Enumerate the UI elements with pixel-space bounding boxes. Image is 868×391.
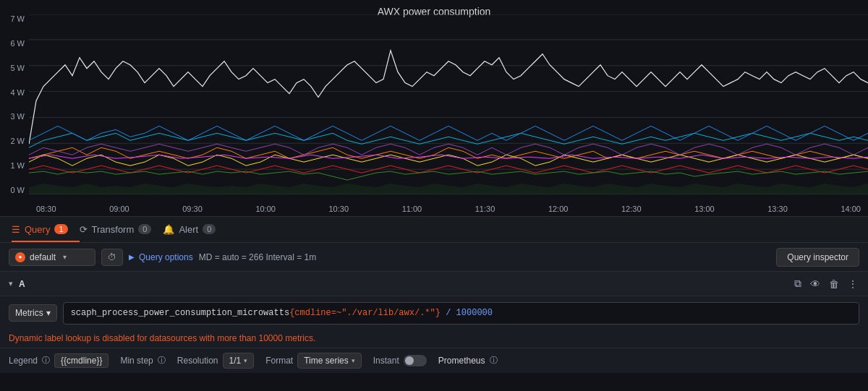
metrics-select[interactable]: Metrics ▾ xyxy=(9,304,57,322)
x-label: 11:00 xyxy=(402,205,422,213)
query-editor: ▾ A ⧉ 👁 🗑 ⋮ Metrics ▾ scaph_process_powe… xyxy=(0,272,868,373)
query-input-row: Metrics ▾ scaph_process_power_consumptio… xyxy=(0,296,868,330)
tab-transform-badge: 0 xyxy=(138,224,151,234)
query-expression-input[interactable]: scaph_process_power_consumption_microwat… xyxy=(63,302,859,325)
instant-toggle[interactable] xyxy=(404,355,427,366)
tab-alert-badge: 0 xyxy=(203,224,216,234)
x-label: 11:30 xyxy=(475,205,495,213)
format-chevron-icon: ▾ xyxy=(352,357,355,364)
tab-query-label: Query xyxy=(25,224,50,235)
min-step-info-icon[interactable]: ⓘ xyxy=(158,355,166,366)
query-options-bar: ● default ▾ ⏱ ▶ Query options MD = auto … xyxy=(0,243,868,272)
x-label: 12:00 xyxy=(548,205,569,213)
datasource-selector[interactable]: ● default ▾ xyxy=(9,249,95,266)
query-options-label: Query options xyxy=(139,252,193,262)
legend-label: Legend xyxy=(9,356,38,366)
x-label: 09:30 xyxy=(182,205,203,213)
prometheus-link: Prometheus xyxy=(438,356,485,366)
tab-transform[interactable]: ⟳ Transform 0 xyxy=(80,218,163,242)
query-letter: A xyxy=(19,279,25,289)
y-label: 2 W xyxy=(10,137,25,145)
resolution-chevron-icon: ▾ xyxy=(244,357,247,364)
tab-alert-label: Alert xyxy=(179,224,198,235)
trash-icon[interactable]: 🗑 xyxy=(827,277,841,291)
query-icon: ☰ xyxy=(12,224,20,235)
metrics-label: Metrics xyxy=(15,308,43,318)
transform-icon: ⟳ xyxy=(80,224,88,235)
tab-alert[interactable]: 🔔 Alert 0 xyxy=(163,218,227,242)
min-step-field: Min step ⓘ xyxy=(120,355,165,366)
query-editor-header: ▾ A ⧉ 👁 🗑 ⋮ xyxy=(0,272,868,296)
format-select[interactable]: Time series ▾ xyxy=(297,353,362,369)
query-options-toggle[interactable]: ▶ Query options xyxy=(129,252,193,262)
chart-svg-container xyxy=(29,14,868,194)
warning-row: Dynamic label lookup is disabled for dat… xyxy=(0,330,868,348)
tab-query-badge: 1 xyxy=(54,224,67,234)
prometheus-field: Prometheus ⓘ xyxy=(438,355,498,366)
options-chevron-icon: ▶ xyxy=(129,253,135,261)
tab-query[interactable]: ☰ Query 1 xyxy=(12,218,80,242)
y-label: 3 W xyxy=(10,112,25,121)
legend-value: {{cmdline}} xyxy=(54,353,109,368)
query-editor-actions: ⧉ 👁 🗑 ⋮ xyxy=(793,276,859,291)
instant-label: Instant xyxy=(373,356,399,366)
query-footer: Legend ⓘ {{cmdline}} Min step ⓘ Resoluti… xyxy=(0,348,868,373)
x-axis: 08:30 09:00 09:30 10:00 10:30 11:00 11:3… xyxy=(29,205,868,213)
x-label: 12:30 xyxy=(621,205,642,213)
collapse-icon[interactable]: ▾ xyxy=(9,279,13,288)
x-label: 13:00 xyxy=(694,205,715,213)
format-label: Format xyxy=(265,356,293,366)
legend-field: Legend ⓘ {{cmdline}} xyxy=(9,353,109,368)
y-label: 0 W xyxy=(10,186,25,194)
resolution-value: 1/1 xyxy=(229,356,242,366)
x-label: 13:30 xyxy=(767,205,788,213)
expr-function: scaph_process_power_consumption_microwat… xyxy=(71,308,289,318)
prometheus-label: Prometheus xyxy=(438,356,485,366)
datasource-chevron-icon: ▾ xyxy=(63,253,67,261)
min-step-label: Min step xyxy=(120,356,153,366)
metrics-chevron-icon: ▾ xyxy=(46,308,51,318)
x-label: 09:00 xyxy=(109,205,129,213)
y-label: 4 W xyxy=(10,88,25,97)
query-options-meta: MD = auto = 266 Interval = 1m xyxy=(199,252,316,262)
history-icon: ⏱ xyxy=(108,252,116,262)
y-axis: 7 W 6 W 5 W 4 W 3 W 2 W 1 W 0 W xyxy=(0,14,29,194)
eye-icon[interactable]: 👁 xyxy=(809,277,822,291)
expr-selector: {cmdline=~"./var/lib/awx/.*"} xyxy=(289,308,441,318)
chart-panel: AWX power consumption 7 W 6 W 5 W 4 W 3 … xyxy=(0,0,868,217)
warning-text: Dynamic label lookup is disabled for dat… xyxy=(9,333,315,343)
legend-info-icon[interactable]: ⓘ xyxy=(42,355,50,366)
datasource-icon: ● xyxy=(15,252,25,262)
y-label: 5 W xyxy=(10,64,25,72)
resolution-field: Resolution 1/1 ▾ xyxy=(177,353,254,369)
tab-transform-label: Transform xyxy=(92,224,135,235)
alert-icon: 🔔 xyxy=(163,224,174,235)
format-value: Time series xyxy=(304,356,349,366)
datasource-name: default xyxy=(30,252,56,262)
resolution-select[interactable]: 1/1 ▾ xyxy=(223,353,255,369)
prometheus-info-icon[interactable]: ⓘ xyxy=(490,355,498,366)
chart-svg xyxy=(29,14,868,194)
y-label: 6 W xyxy=(10,39,25,48)
history-button[interactable]: ⏱ xyxy=(101,249,123,266)
copy-icon[interactable]: ⧉ xyxy=(793,276,803,291)
x-label: 14:00 xyxy=(841,205,861,213)
query-inspector-button[interactable]: Query inspector xyxy=(776,248,859,267)
x-label: 10:30 xyxy=(329,205,349,213)
x-label: 10:00 xyxy=(255,205,276,213)
expr-math: / 1000000 xyxy=(441,308,493,318)
y-label: 7 W xyxy=(10,14,25,23)
format-field: Format Time series ▾ xyxy=(265,353,362,369)
tabs-bar: ☰ Query 1 ⟳ Transform 0 🔔 Alert 0 xyxy=(0,217,868,243)
y-label: 1 W xyxy=(10,161,25,170)
toggle-knob xyxy=(405,356,414,365)
resolution-label: Resolution xyxy=(177,356,218,366)
instant-field: Instant xyxy=(373,355,427,366)
x-label: 08:30 xyxy=(36,205,56,213)
more-icon[interactable]: ⋮ xyxy=(846,277,859,291)
